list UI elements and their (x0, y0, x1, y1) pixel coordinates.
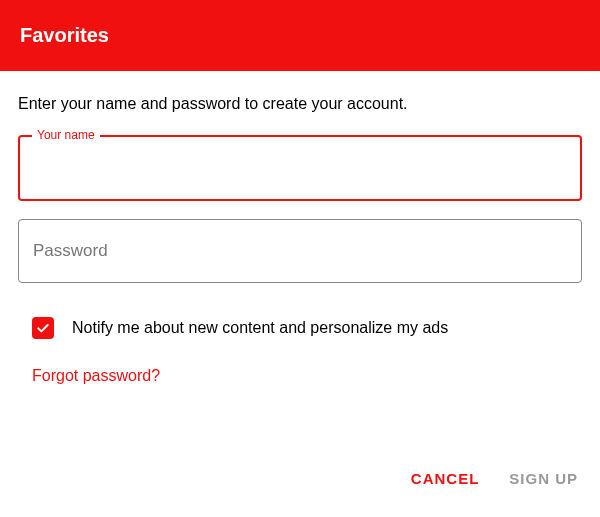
name-input[interactable] (20, 137, 580, 199)
dialog-content: Enter your name and password to create y… (0, 71, 600, 385)
name-field-label: Your name (32, 128, 100, 142)
dialog-actions: CANCEL SIGN UP (411, 470, 578, 487)
forgot-password-link[interactable]: Forgot password? (18, 367, 174, 385)
instruction-text: Enter your name and password to create y… (18, 95, 582, 113)
notify-checkbox-row: Notify me about new content and personal… (18, 301, 582, 339)
dialog-header: Favorites (0, 0, 600, 71)
signup-button[interactable]: SIGN UP (509, 470, 578, 487)
password-input[interactable] (19, 220, 581, 282)
notify-checkbox[interactable] (32, 317, 54, 339)
check-icon (35, 320, 51, 336)
name-field-wrapper: Your name (18, 135, 582, 201)
dialog-title: Favorites (20, 24, 580, 47)
password-field-wrapper (18, 219, 582, 283)
cancel-button[interactable]: CANCEL (411, 470, 480, 487)
notify-checkbox-label: Notify me about new content and personal… (72, 319, 448, 337)
